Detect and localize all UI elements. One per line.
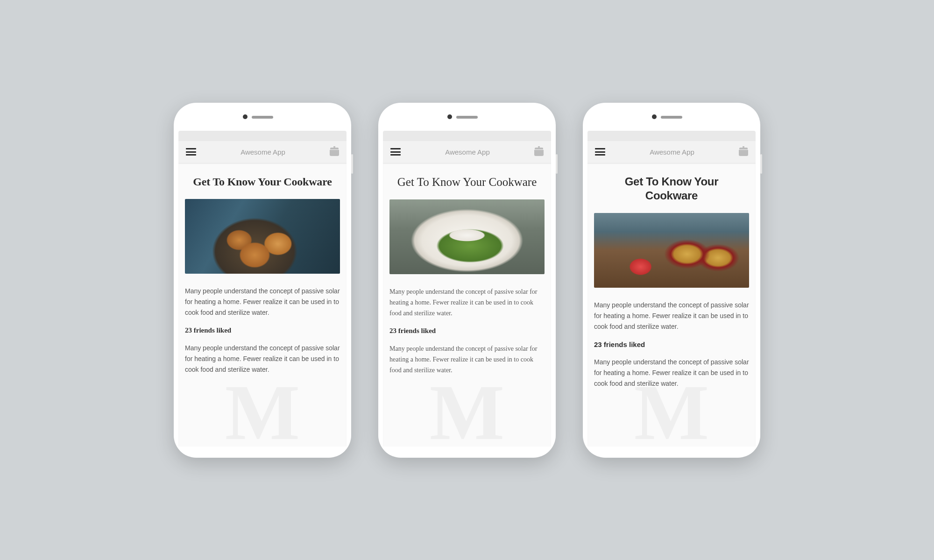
article-paragraph-1: Many people understand the concept of pa…	[185, 286, 340, 318]
menu-icon[interactable]	[390, 148, 401, 156]
phone-side-button	[351, 154, 353, 174]
article-paragraph-1: Many people understand the concept of pa…	[594, 300, 749, 332]
device-showcase: Awesome App M Get To Know Your Cookware …	[155, 84, 779, 476]
watermark-letter: M	[225, 373, 300, 447]
article-paragraph-1: Many people understand the concept of pa…	[389, 286, 545, 319]
status-bar	[178, 131, 347, 141]
article-content: M Get To Know Your Cookware Many people …	[178, 163, 347, 447]
phone-camera	[652, 114, 657, 119]
app-title: Awesome App	[241, 148, 285, 156]
phone-speaker	[252, 116, 273, 119]
article-content: M Get To Know Your Cookware Many people …	[587, 163, 756, 447]
app-title: Awesome App	[445, 148, 490, 156]
app-header: Awesome App	[178, 141, 347, 163]
phone-side-button	[760, 154, 762, 174]
cookware-icon[interactable]	[330, 148, 339, 156]
cookware-icon[interactable]	[534, 148, 544, 156]
app-header: Awesome App	[587, 141, 756, 163]
phone-side-button	[556, 154, 558, 174]
article-hero-image	[185, 199, 340, 274]
cookware-icon[interactable]	[739, 148, 748, 156]
phone-mock-1: Awesome App M Get To Know Your Cookware …	[174, 103, 351, 458]
app-title: Awesome App	[650, 148, 694, 156]
status-bar	[383, 131, 551, 141]
status-bar	[587, 131, 756, 141]
phone-camera	[447, 114, 452, 119]
article-title: Get To Know Your Cookware	[594, 175, 749, 203]
article-paragraph-2: Many people understand the concept of pa…	[594, 357, 749, 389]
article-content: M Get To Know Your Cookware Many people …	[383, 163, 551, 447]
friends-liked-label: 23 friends liked	[594, 340, 749, 348]
article-hero-image	[594, 213, 749, 288]
article-paragraph-2: Many people understand the concept of pa…	[185, 343, 340, 375]
phone-camera	[243, 114, 248, 119]
article-paragraph-2: Many people understand the concept of pa…	[389, 343, 545, 376]
menu-icon[interactable]	[186, 148, 196, 156]
phone-mock-3: Awesome App M Get To Know Your Cookware …	[583, 103, 760, 458]
phone-speaker	[456, 116, 478, 119]
menu-icon[interactable]	[595, 148, 605, 156]
friends-liked-label: 23 friends liked	[389, 327, 545, 335]
article-hero-image	[389, 199, 545, 274]
app-header: Awesome App	[383, 141, 551, 163]
friends-liked-label: 23 friends liked	[185, 326, 340, 334]
phone-mock-2: Awesome App M Get To Know Your Cookware …	[378, 103, 556, 458]
phone-speaker	[661, 116, 682, 119]
watermark-letter: M	[430, 373, 504, 447]
article-title: Get To Know Your Cookware	[389, 175, 545, 189]
article-title: Get To Know Your Cookware	[185, 175, 340, 189]
